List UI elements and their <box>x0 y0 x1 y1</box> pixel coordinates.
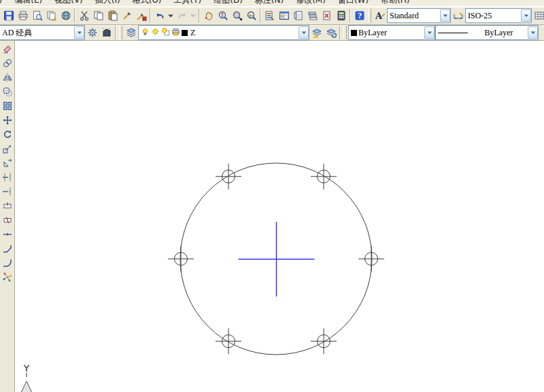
scale-button[interactable] <box>1 141 14 156</box>
copy-clip-button[interactable] <box>91 9 105 23</box>
sun-icon[interactable] <box>151 27 160 39</box>
mirror-button[interactable] <box>1 70 14 84</box>
undo-button[interactable] <box>152 9 167 23</box>
color-value: ByLayer <box>358 28 387 38</box>
move-button[interactable] <box>1 113 14 127</box>
offset-button[interactable] <box>1 84 14 99</box>
bulb-icon[interactable] <box>141 27 150 39</box>
menu-item[interactable]: 帮助(H) <box>375 0 415 6</box>
layer-properties-manager-button[interactable] <box>124 26 138 40</box>
fillet-button[interactable] <box>1 255 14 270</box>
menu-item[interactable]: 插入(I) <box>89 0 126 6</box>
toolbar-grip[interactable] <box>343 26 347 39</box>
workspace-combo-arrow[interactable] <box>74 26 84 39</box>
table-style-button[interactable] <box>532 9 544 23</box>
dim-style-button[interactable] <box>451 9 465 23</box>
block-editor-button[interactable] <box>134 9 148 23</box>
menu-item[interactable]: 标注(N) <box>249 0 290 6</box>
cut-button[interactable] <box>77 9 91 23</box>
publish-icon <box>46 10 57 21</box>
menu-item[interactable]: 绘图(D) <box>207 0 249 6</box>
erase-button[interactable] <box>1 41 14 56</box>
layer-color-swatch[interactable] <box>182 30 188 36</box>
block-editor-icon <box>136 10 147 21</box>
svg-text:?: ? <box>357 12 361 20</box>
copy-object-button[interactable] <box>1 56 14 70</box>
quick-calc-button[interactable] <box>334 9 348 23</box>
3d-dwf-button[interactable] <box>58 9 73 23</box>
plot-preview-button[interactable] <box>30 9 44 23</box>
object-color-combo[interactable]: ByLayer <box>348 25 435 40</box>
zoom-window-button[interactable] <box>230 9 244 23</box>
color-combo-arrow[interactable] <box>424 26 435 39</box>
layer-combo[interactable]: Z <box>138 25 309 40</box>
match-properties-button[interactable] <box>120 9 134 23</box>
paste-button[interactable] <box>105 9 120 23</box>
array-button[interactable] <box>1 99 14 113</box>
pan-button[interactable] <box>201 9 216 23</box>
join-button[interactable] <box>1 227 14 241</box>
text-style-button[interactable]: A <box>373 9 387 23</box>
redo-button[interactable] <box>175 9 189 23</box>
design-center-button[interactable] <box>277 9 291 23</box>
zoom-previous-button[interactable] <box>244 9 258 23</box>
menu-item[interactable]: 修改(M) <box>290 0 332 6</box>
extend-button[interactable] <box>1 184 14 198</box>
zoom-previous-icon <box>246 10 257 21</box>
workspace-combo[interactable]: AD 经典 <box>0 25 85 40</box>
toolbar-grip[interactable] <box>368 9 371 22</box>
markup-set-manager-button[interactable] <box>320 9 334 23</box>
publish-button[interactable] <box>44 9 58 23</box>
toolbar-separator <box>260 9 261 22</box>
menu-item[interactable]: 视图(V) <box>48 0 89 6</box>
help-button[interactable]: ? <box>352 9 367 23</box>
drawing-canvas[interactable]: Y <box>15 41 544 392</box>
rotate-button[interactable] <box>1 127 14 141</box>
stretch-button[interactable] <box>1 156 14 170</box>
menu-item[interactable]: 编辑(E) <box>8 0 48 6</box>
layer-previous-button[interactable] <box>324 26 338 40</box>
explode-button[interactable] <box>1 270 14 284</box>
toolbar-separator <box>339 26 341 39</box>
autocad-window: 文件(F)编辑(E)视图(V)插入(I)格式(O)工具(T)绘图(D)标注(N)… <box>0 0 544 392</box>
chevron-down-icon <box>76 28 83 38</box>
modify-toolbar <box>0 41 15 392</box>
chevron-down-icon <box>530 28 537 38</box>
text-style-combo-arrow[interactable] <box>440 10 450 22</box>
linetype-combo[interactable]: ByLayer <box>435 25 539 40</box>
menu-item[interactable]: 文件(F) <box>0 0 8 6</box>
menu-item[interactable]: 窗口(W) <box>332 0 375 6</box>
menu-item[interactable]: 工具(T) <box>168 0 208 6</box>
layer-make-current-button[interactable] <box>309 26 324 40</box>
text-style-combo[interactable]: Standard <box>387 8 451 23</box>
plot-button[interactable] <box>16 9 30 23</box>
offset-icon <box>2 86 13 97</box>
my-workspace-button[interactable] <box>99 26 114 40</box>
zoom-realtime-button[interactable] <box>216 9 230 23</box>
break-at-point-button[interactable] <box>1 198 14 213</box>
tool-palettes-icon <box>293 10 304 21</box>
properties-button[interactable] <box>262 9 277 23</box>
break-button[interactable] <box>1 213 14 227</box>
text-style-value: Standard <box>390 11 419 21</box>
dim-style-combo[interactable]: ISO-25 <box>465 8 532 23</box>
quick-calc-icon <box>336 10 347 21</box>
undo-dropdown-button[interactable] <box>167 9 175 23</box>
sheet-set-manager-button[interactable] <box>305 9 320 23</box>
layer-combo-arrow[interactable] <box>299 26 309 39</box>
linetype-combo-arrow[interactable] <box>528 26 538 39</box>
save-button[interactable] <box>1 9 16 23</box>
fillet-icon <box>2 257 13 268</box>
toolbar-grip[interactable] <box>119 26 122 39</box>
sun-page-icon[interactable] <box>161 27 170 39</box>
color-swatch <box>351 30 357 36</box>
chamfer-button[interactable] <box>1 241 14 255</box>
trim-button[interactable] <box>1 170 14 184</box>
tool-palettes-button[interactable] <box>291 9 305 23</box>
redo-dropdown-button[interactable] <box>189 9 197 23</box>
dim-style-combo-arrow[interactable] <box>521 10 531 22</box>
workspace-settings-button[interactable] <box>85 26 99 40</box>
menu-item[interactable]: 格式(O) <box>126 0 168 6</box>
plot-small-icon[interactable] <box>171 27 180 39</box>
pan-icon <box>203 10 214 21</box>
